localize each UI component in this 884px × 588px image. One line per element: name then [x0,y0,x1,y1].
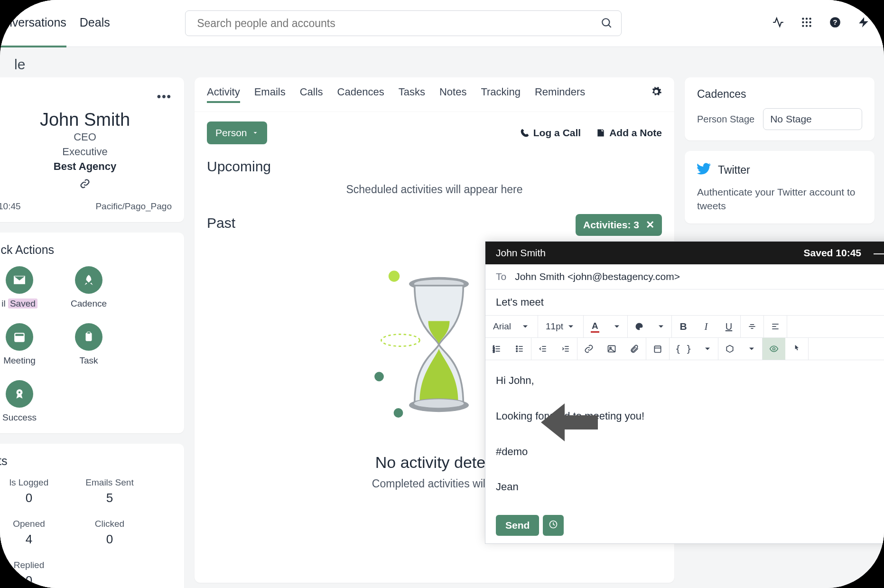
chevron-down-icon [566,322,576,331]
strikethrough-button[interactable] [741,316,763,337]
variable-button[interactable]: { } [670,338,697,360]
bold-button[interactable]: B [672,316,695,337]
align-left-icon [771,322,780,331]
qa-cadence[interactable]: Cadence [67,266,110,309]
twitter-heading: Twitter [718,164,750,177]
tab-tasks[interactable]: Tasks [399,86,425,103]
clock-icon [549,520,558,529]
svg-text:?: ? [833,18,837,26]
svg-point-31 [638,324,639,325]
snippet-button[interactable] [718,338,741,360]
compose-contact: John Smith [496,247,546,259]
search-input[interactable] [185,10,622,36]
chevron-down-icon [252,130,259,136]
log-call-button[interactable]: Log a Call [520,127,581,139]
tab-tracking[interactable]: Tracking [481,86,521,103]
add-note-button[interactable]: Add a Note [596,127,662,139]
tab-emails[interactable]: Emails [254,86,286,103]
tab-reminders[interactable]: Reminders [535,86,585,103]
activities-chip[interactable]: Activities: 3 ✕ [576,214,662,236]
qa-meeting[interactable]: Meeting [0,323,41,366]
svg-rect-60 [654,346,661,352]
twitter-icon [697,161,711,178]
stat-emails: Emails Sent5 [79,477,140,505]
chevron-down-icon [703,344,712,354]
quick-actions-heading: ick Actions [0,243,172,257]
stage-select[interactable]: No Stage [763,108,862,130]
qa-task[interactable]: Task [67,323,110,366]
underline-button[interactable]: U [717,316,740,337]
outdent-button[interactable] [531,338,554,360]
qa-cadence-label: Cadence [67,299,110,309]
close-icon[interactable]: ✕ [646,219,654,231]
svg-point-25 [381,334,419,346]
mail-icon [6,266,33,294]
person-filter-button[interactable]: Person [207,121,267,144]
chevron-down-icon [656,322,666,331]
no-activity-heading: No activity detec [375,453,493,472]
svg-point-7 [809,21,811,23]
medal-icon [6,380,33,408]
attachment-button[interactable] [623,338,646,360]
to-field[interactable]: John Smith <john@bestagency.com> [515,271,680,282]
text-color-dropdown[interactable] [606,316,627,337]
nav-conversations[interactable]: Conversations [0,0,66,47]
indent-button[interactable] [554,338,577,360]
paperclip-icon [630,344,639,354]
body-line: Looking forward to meeting you! [496,407,884,425]
svg-point-29 [414,399,463,408]
align-button[interactable] [764,316,787,337]
variable-dropdown[interactable] [697,338,718,360]
minimize-icon[interactable]: — [874,250,884,256]
font-select[interactable]: Arial [485,316,538,337]
svg-point-32 [640,324,641,325]
pointer-button[interactable] [785,338,808,360]
text-color-button[interactable]: A [584,316,606,337]
calendar-button[interactable] [646,338,669,360]
tab-cadences[interactable]: Cadences [337,86,384,103]
past-heading: Past [207,215,235,231]
schedule-send-button[interactable] [543,515,564,536]
upcoming-empty: Scheduled activities will appear here [207,183,662,196]
stat-calls: ls Logged0 [0,477,60,505]
subject-field[interactable]: Let's meet [485,289,884,316]
tab-notes[interactable]: Notes [439,86,466,103]
overflow-icon[interactable]: ••• [0,88,172,110]
svg-point-3 [806,18,808,19]
link-icon [584,344,594,354]
svg-point-30 [637,325,638,326]
palette-dropdown[interactable] [651,316,671,337]
strike-icon [747,322,757,331]
snippet-dropdown[interactable] [741,338,762,360]
person-name: John Smith [0,110,172,130]
preview-button[interactable] [763,338,785,360]
ordered-list-button[interactable]: 123 [485,338,508,360]
send-button[interactable]: Send [496,515,539,536]
image-button[interactable] [600,338,623,360]
palette-button[interactable] [628,316,651,337]
size-select[interactable]: 11pt [538,316,583,337]
help-icon[interactable]: ? [829,16,841,30]
bolt-icon[interactable] [857,16,870,30]
nav-deals[interactable]: Deals [80,0,110,47]
gear-icon[interactable] [651,86,662,103]
search-icon[interactable] [601,17,613,31]
compose-body[interactable]: Hi John, Looking forward to meeting you!… [485,360,884,507]
twitter-auth-text: Authenticate your Twitter account to twe… [697,185,862,213]
italic-button[interactable]: I [695,316,717,337]
qa-email[interactable]: il Saved [0,266,41,309]
svg-point-24 [393,408,403,418]
chevron-down-icon [521,322,530,331]
link-button[interactable] [577,338,600,360]
tab-calls[interactable]: Calls [300,86,323,103]
compose-saved: Saved 10:45 [804,247,861,259]
apps-icon[interactable] [800,16,813,30]
bullet-list-button[interactable] [508,338,531,360]
person-company[interactable]: Best Agency [54,160,116,172]
compose-header[interactable]: John Smith Saved 10:45 — [485,242,884,264]
link-icon[interactable] [0,178,172,191]
activity-icon[interactable] [772,16,784,30]
qa-success[interactable]: Success [0,380,41,423]
svg-point-2 [802,18,804,19]
tab-activity[interactable]: Activity [207,86,240,103]
